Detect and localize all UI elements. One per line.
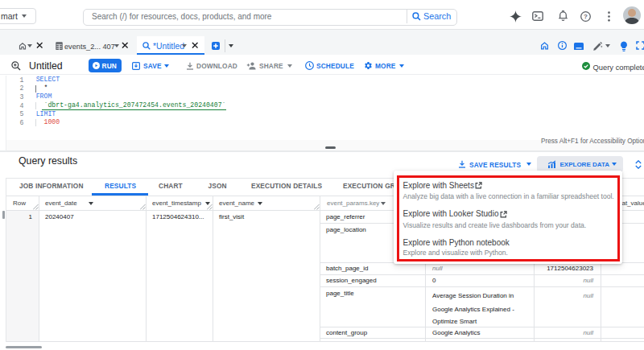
svg-text:?: ? [584,13,588,20]
